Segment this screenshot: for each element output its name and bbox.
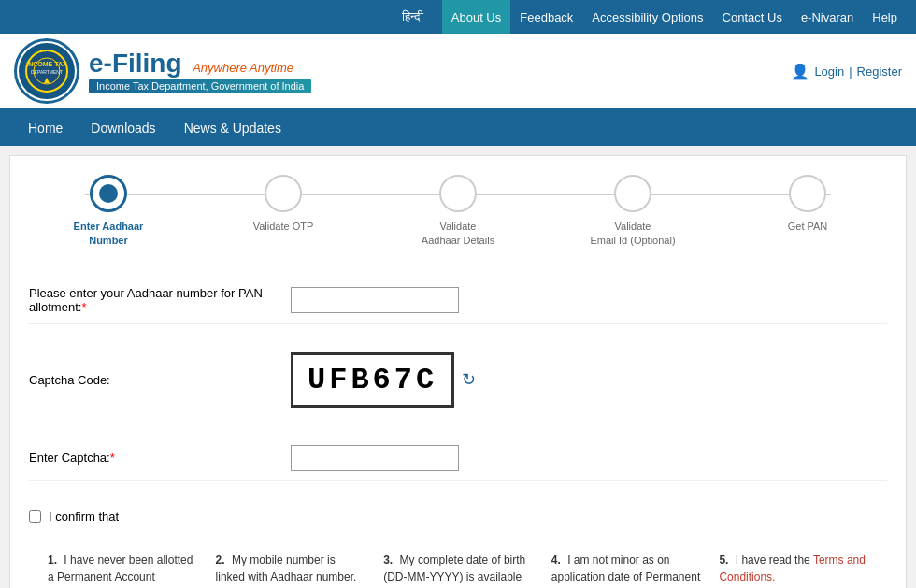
nav-news-updates[interactable]: News & Updates: [170, 110, 295, 146]
about-us-link[interactable]: About Us: [442, 0, 510, 34]
step-4: ValidateEmail Id (Optional): [572, 175, 694, 249]
confirm-checkbox[interactable]: [29, 510, 41, 523]
term-1: 1. I have never been allotted a Permanen…: [48, 552, 197, 588]
svg-text:INCOME TAX: INCOME TAX: [26, 61, 67, 67]
header-logo-area: INCOME TAX DEPARTMENT e-Filing Anywhere …: [14, 38, 311, 104]
enter-captcha-row: Enter Captcha:*: [29, 436, 887, 481]
hindi-link[interactable]: हिन्दी: [393, 0, 433, 34]
step-3-label: ValidateAadhaar Details: [422, 220, 494, 249]
brand-tagline: Anywhere Anytime: [193, 61, 293, 75]
e-nivaran-link[interactable]: e-Nivaran: [792, 0, 863, 34]
step-4-label: ValidateEmail Id (Optional): [590, 220, 675, 249]
aadhaar-input[interactable]: [291, 287, 459, 313]
step-5: Get PAN: [747, 175, 868, 234]
captcha-row: Captcha Code: UFB67C ↻: [29, 343, 887, 417]
accessibility-link[interactable]: Accessibility Options: [582, 0, 712, 34]
main-content: Enter AadhaarNumber Validate OTP Validat…: [9, 155, 907, 588]
refresh-captcha-button[interactable]: ↻: [462, 369, 476, 390]
nav-downloads[interactable]: Downloads: [77, 110, 169, 146]
site-header: INCOME TAX DEPARTMENT e-Filing Anywhere …: [0, 34, 916, 110]
main-navigation: Home Downloads News & Updates: [0, 110, 916, 146]
aadhaar-label: Please enter your Aadhaar number for PAN…: [29, 286, 291, 314]
contact-us-link[interactable]: Contact Us: [713, 0, 792, 34]
header-auth-area: 👤 Login | Register: [791, 63, 902, 80]
step-3: ValidateAadhaar Details: [397, 175, 519, 249]
step-5-circle: [789, 175, 826, 212]
feedback-link[interactable]: Feedback: [510, 0, 582, 34]
nav-home[interactable]: Home: [14, 110, 77, 146]
step-1-label: Enter AadhaarNumber: [74, 220, 144, 249]
captcha-image: UFB67C: [291, 352, 454, 408]
term-5: 5. I have read the Terms and Conditions.: [719, 552, 868, 588]
aadhaar-row: Please enter your Aadhaar number for PAN…: [29, 277, 887, 324]
user-icon: 👤: [791, 63, 809, 80]
efiling-brand: e-Filing Anywhere Anytime: [89, 49, 311, 79]
step-3-circle: [439, 175, 477, 212]
department-logo: INCOME TAX DEPARTMENT: [14, 38, 79, 104]
captcha-label: Captcha Code:: [29, 373, 291, 387]
confirm-row: I confirm that: [29, 500, 887, 533]
term-4: 4. I am not minor as on application date…: [551, 552, 701, 588]
top-navigation: हिन्दी About Us Feedback Accessibility O…: [0, 0, 916, 34]
progress-stepper: Enter AadhaarNumber Validate OTP Validat…: [29, 175, 887, 249]
step-4-circle: [614, 175, 651, 212]
svg-text:DEPARTMENT: DEPARTMENT: [31, 69, 63, 75]
login-link[interactable]: Login: [814, 65, 844, 79]
step-5-label: Get PAN: [788, 220, 828, 234]
step-2-circle: [265, 175, 302, 212]
term-2: 2. My mobile number is linked with Aadha…: [216, 552, 365, 588]
captcha-display-area: UFB67C ↻: [291, 352, 476, 408]
step-2-label: Validate OTP: [253, 220, 314, 234]
register-link[interactable]: Register: [857, 65, 902, 79]
enter-captcha-label: Enter Captcha:*: [29, 451, 291, 465]
step-1: Enter AadhaarNumber: [48, 175, 169, 249]
captcha-input[interactable]: [291, 445, 459, 471]
term-3: 3. My complete date of birth (DD-MM-YYYY…: [383, 552, 533, 588]
terms-list: 1. I have never been allotted a Permanen…: [29, 552, 887, 588]
step-1-circle: [90, 175, 127, 212]
step-2: Validate OTP: [222, 175, 344, 234]
help-link[interactable]: Help: [863, 0, 907, 34]
header-text-area: e-Filing Anywhere Anytime Income Tax Dep…: [89, 49, 311, 93]
confirm-label: I confirm that: [49, 509, 119, 523]
dept-name: Income Tax Department, Government of Ind…: [89, 79, 311, 93]
